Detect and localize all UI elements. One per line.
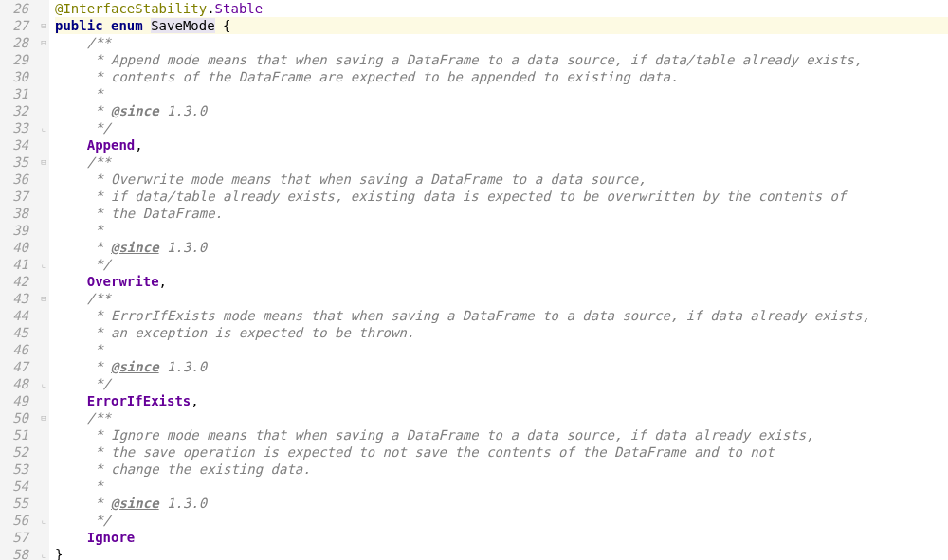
code-line[interactable]: /** xyxy=(55,290,948,307)
line-number: 41 xyxy=(0,256,28,273)
code-token: * xyxy=(87,240,111,255)
code-token: * Overwrite mode means that when saving … xyxy=(87,172,647,187)
code-token: * xyxy=(87,86,103,101)
code-line[interactable]: Overwrite, xyxy=(55,273,948,290)
code-token: /** xyxy=(87,410,111,425)
fold-toggle-icon[interactable]: ⊟ xyxy=(40,414,47,422)
code-line[interactable]: * Append mode means that when saving a D… xyxy=(55,51,948,68)
code-token: { xyxy=(223,18,230,33)
code-token: , xyxy=(159,274,167,289)
code-line[interactable]: * contents of the DataFrame are expected… xyxy=(55,68,948,85)
code-line[interactable]: * @since 1.3.0 xyxy=(55,358,948,375)
code-line[interactable]: * an exception is expected to be thrown. xyxy=(55,324,948,341)
line-number: 30 xyxy=(0,68,28,85)
code-token: * xyxy=(87,103,111,118)
code-token: /** xyxy=(87,291,111,306)
line-number: 49 xyxy=(0,392,28,409)
code-line[interactable]: } xyxy=(55,546,948,560)
line-number: 35 xyxy=(0,154,28,171)
code-line[interactable]: ErrorIfExists, xyxy=(55,392,948,409)
code-line[interactable]: * the DataFrame. xyxy=(55,205,948,222)
code-line[interactable]: */ xyxy=(55,256,948,273)
line-number: 46 xyxy=(0,341,28,358)
code-token: Ignore xyxy=(87,530,136,545)
code-line[interactable]: * xyxy=(55,85,948,102)
line-number: 57 xyxy=(0,529,28,546)
code-token: * xyxy=(87,223,103,238)
fold-toggle-icon[interactable]: ⊟ xyxy=(40,158,47,166)
code-line[interactable]: */ xyxy=(55,119,948,136)
fold-toggle-icon[interactable]: ⊟ xyxy=(40,22,47,29)
code-token: public xyxy=(55,18,103,33)
code-line[interactable]: * Ignore mode means that when saving a D… xyxy=(55,426,948,443)
code-token: /** xyxy=(87,35,111,50)
line-number: 51 xyxy=(0,426,28,443)
code-editor[interactable]: 2627282930313233343536373839404142434445… xyxy=(0,0,948,560)
line-number: 36 xyxy=(0,171,28,188)
code-token: 1.3.0 xyxy=(159,496,208,511)
code-token: @since xyxy=(111,103,159,118)
fold-end-icon: ⌞ xyxy=(40,261,47,268)
code-token: 1.3.0 xyxy=(159,103,208,118)
line-number: 47 xyxy=(0,358,28,375)
code-line[interactable]: * @since 1.3.0 xyxy=(55,102,948,119)
code-token xyxy=(103,18,111,33)
code-line[interactable]: * xyxy=(55,222,948,239)
line-number: 53 xyxy=(0,461,28,478)
code-line[interactable]: * the save operation is expected to not … xyxy=(55,443,948,461)
line-number: 52 xyxy=(0,443,28,461)
code-token: * ErrorIfExists mode means that when sav… xyxy=(87,308,870,323)
line-number: 42 xyxy=(0,273,28,290)
line-number: 56 xyxy=(0,512,28,529)
code-token: /** xyxy=(87,154,111,170)
code-line[interactable]: * @since 1.3.0 xyxy=(55,239,948,256)
code-token: */ xyxy=(87,376,111,391)
code-line[interactable]: @InterfaceStability.Stable xyxy=(55,0,948,17)
line-number: 44 xyxy=(0,307,28,324)
code-token: @since xyxy=(111,240,159,255)
fold-toggle-icon[interactable]: ⊟ xyxy=(40,295,47,302)
code-line[interactable]: * xyxy=(55,341,948,358)
code-line[interactable]: Append, xyxy=(55,136,948,154)
code-line[interactable]: * ErrorIfExists mode means that when sav… xyxy=(55,307,948,324)
code-token: @since xyxy=(111,496,159,511)
code-token: . xyxy=(207,1,214,16)
code-line[interactable]: * @since 1.3.0 xyxy=(55,495,948,512)
line-number: 34 xyxy=(0,136,28,154)
fold-end-icon: ⌞ xyxy=(40,551,47,558)
line-number: 37 xyxy=(0,188,28,205)
code-line[interactable]: public enum SaveMode { xyxy=(55,17,948,34)
code-line[interactable]: * Overwrite mode means that when saving … xyxy=(55,171,948,188)
code-token: Append xyxy=(87,137,136,153)
line-number: 40 xyxy=(0,239,28,256)
code-token: * contents of the DataFrame are expected… xyxy=(87,69,679,84)
code-line[interactable]: */ xyxy=(55,375,948,392)
code-token: Stable xyxy=(215,1,264,16)
code-line[interactable]: /** xyxy=(55,409,948,426)
code-token: @since xyxy=(111,359,159,374)
fold-toggle-icon[interactable]: ⊟ xyxy=(40,39,47,46)
code-line[interactable]: * if data/table already exists, existing… xyxy=(55,188,948,205)
code-token: Overwrite xyxy=(87,274,159,289)
code-line[interactable]: * change the existing data. xyxy=(55,461,948,478)
code-token: * the save operation is expected to not … xyxy=(87,444,775,460)
line-number: 28 xyxy=(0,34,28,51)
line-number: 50 xyxy=(0,409,28,426)
code-token: , xyxy=(135,137,142,153)
line-number: 43 xyxy=(0,290,28,307)
fold-column[interactable]: ⊟⊟⌞⊟⌞⊟⌞⊟⌞⌞ xyxy=(38,0,49,560)
code-token: */ xyxy=(87,513,111,528)
line-number: 27 xyxy=(0,17,28,34)
code-area[interactable]: @InterfaceStability.Stablepublic enum Sa… xyxy=(49,0,948,560)
code-line[interactable]: * xyxy=(55,478,948,495)
line-number: 45 xyxy=(0,324,28,341)
code-line[interactable]: Ignore xyxy=(55,529,948,546)
code-line[interactable]: /** xyxy=(55,154,948,171)
code-token: SaveMode xyxy=(151,18,214,33)
code-token: * xyxy=(87,342,103,357)
code-line[interactable]: */ xyxy=(55,512,948,529)
line-number-gutter: 2627282930313233343536373839404142434445… xyxy=(0,0,38,560)
code-line[interactable]: /** xyxy=(55,34,948,51)
code-token xyxy=(143,18,151,33)
line-number: 58 xyxy=(0,546,28,560)
